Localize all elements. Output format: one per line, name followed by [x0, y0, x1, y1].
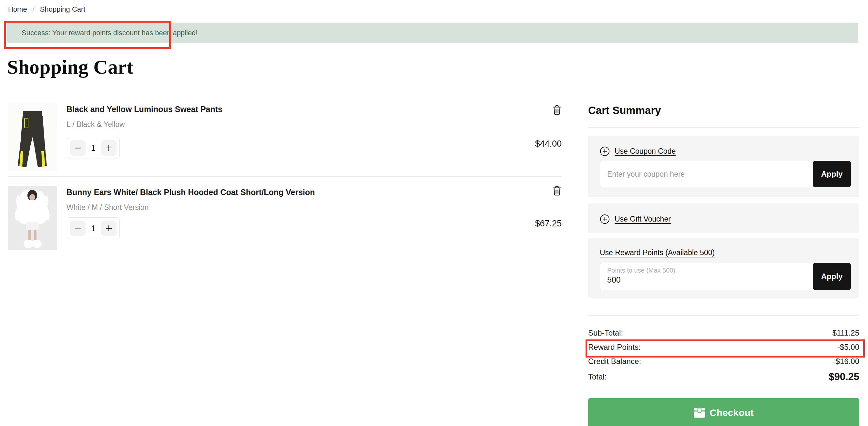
cart-item-row: Bunny Ears White/ Black Plush Hooded Coa…	[8, 186, 562, 257]
subtotal-row: Sub-Total: $111.25	[588, 326, 859, 340]
use-coupon-code-link[interactable]: Use Coupon Code	[615, 147, 676, 156]
reward-points-panel: Use Reward Points (Available 500) Points…	[588, 238, 859, 298]
coupon-panel: Use Coupon Code Apply	[588, 135, 859, 197]
decrease-quantity-button[interactable]	[70, 221, 86, 236]
credit-balance-label: Credit Balance:	[588, 357, 641, 366]
subtotal-label: Sub-Total:	[588, 329, 623, 337]
total-value: $90.25	[829, 371, 859, 383]
plus-icon	[105, 144, 113, 152]
quantity-value: 1	[91, 224, 96, 233]
product-title[interactable]: Black and Yellow Luminous Sweat Pants	[66, 104, 222, 114]
reward-points-input-label: Points to use (Max 500)	[607, 267, 807, 274]
annotation-box-reward-points	[586, 339, 865, 358]
breadcrumb: Home / Shopping Cart	[8, 5, 85, 13]
product-title[interactable]: Bunny Ears White/ Black Plush Hooded Coa…	[66, 188, 315, 197]
reward-points-input[interactable]	[607, 274, 807, 284]
use-gift-voucher-link[interactable]: Use Gift Voucher	[615, 215, 671, 223]
cart-item-row: Black and Yellow Luminous Sweat Pants L …	[8, 103, 562, 177]
apply-coupon-button[interactable]: Apply	[813, 161, 851, 187]
wallet-icon	[694, 408, 705, 418]
credit-balance-value: -$16.00	[833, 357, 859, 366]
use-reward-points-link[interactable]: Use Reward Points (Available 500)	[600, 248, 715, 257]
product-options: White / M / Short Version	[66, 203, 149, 212]
remove-item-button[interactable]	[552, 105, 562, 116]
shopping-cart-page: Home / Shopping Cart Success: Your rewar…	[0, 0, 868, 426]
total-row: Total: $90.25	[588, 368, 859, 385]
plus-circle-icon	[600, 146, 610, 156]
plus-icon	[105, 224, 113, 232]
checkout-label: Checkout	[710, 407, 754, 418]
checkout-button[interactable]: Checkout	[588, 398, 859, 426]
page-title: Shopping Cart	[7, 56, 133, 79]
divider	[588, 127, 859, 128]
minus-icon	[75, 228, 81, 229]
product-image-sweat-pants[interactable]	[8, 103, 57, 173]
annotation-box-success	[4, 21, 171, 49]
trash-icon	[552, 105, 562, 115]
plus-circle-icon	[600, 214, 610, 224]
product-image-plush-coat[interactable]	[8, 186, 57, 251]
cart-summary-title: Cart Summary	[588, 103, 859, 118]
breadcrumb-current[interactable]: Shopping Cart	[40, 5, 86, 13]
remove-item-button[interactable]	[552, 186, 562, 197]
divider	[588, 315, 859, 315]
increase-quantity-button[interactable]	[101, 140, 117, 156]
increase-quantity-button[interactable]	[101, 221, 117, 236]
product-options: L / Black & Yellow	[66, 120, 125, 129]
minus-icon	[75, 148, 81, 149]
gift-voucher-panel: Use Gift Voucher	[588, 204, 859, 233]
subtotal-value: $111.25	[833, 329, 859, 337]
trash-icon	[552, 186, 562, 196]
breadcrumb-home-link[interactable]: Home	[8, 5, 27, 13]
breadcrumb-separator: /	[33, 5, 35, 13]
quantity-value: 1	[91, 143, 96, 153]
coupon-code-input[interactable]	[600, 161, 815, 187]
cart-summary: Cart Summary Use Coupon Code Apply	[588, 103, 859, 426]
apply-reward-points-button[interactable]: Apply	[813, 263, 851, 290]
quantity-stepper: 1	[67, 217, 120, 239]
item-price: $67.25	[535, 219, 562, 229]
item-price: $44.00	[535, 139, 562, 149]
quantity-stepper: 1	[67, 137, 120, 159]
decrease-quantity-button[interactable]	[70, 140, 86, 156]
total-label: Total:	[588, 372, 607, 382]
reward-points-input-box[interactable]: Points to use (Max 500)	[600, 263, 815, 290]
